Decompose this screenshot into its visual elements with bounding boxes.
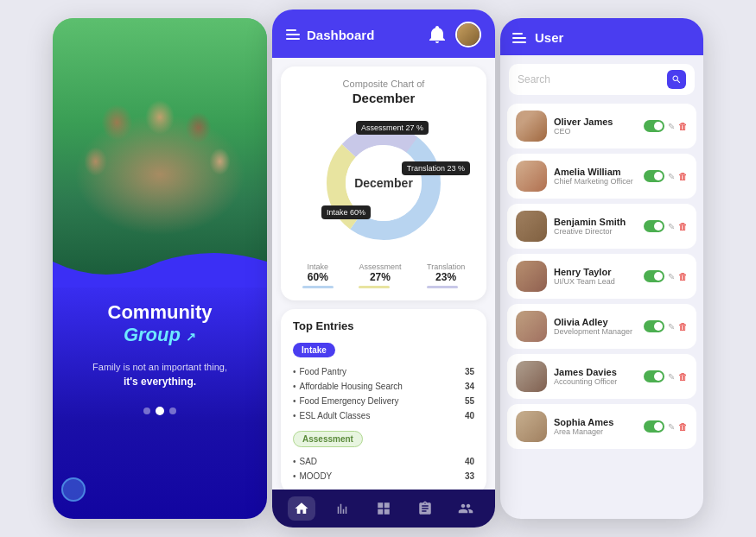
header-right [428, 22, 481, 47]
delete-benjamin[interactable]: 🗑 [678, 221, 688, 231]
user-name-oliver: Oliver James [554, 117, 637, 127]
dashboard-title: Dashboard [307, 28, 374, 42]
user-name-benjamin: Benjamin Smith [554, 217, 637, 227]
edit-oliver[interactable]: ✎ [668, 122, 675, 131]
toggle-olivia[interactable] [644, 320, 664, 332]
intake-badge: Intake [293, 343, 335, 357]
people-icon [458, 501, 473, 516]
search-icon [671, 74, 682, 85]
dot-1[interactable] [143, 407, 150, 414]
legend-assessment: Assessment 27% [359, 262, 401, 288]
toggle-benjamin[interactable] [644, 220, 664, 232]
delete-amelia[interactable]: 🗑 [678, 171, 688, 181]
delete-olivia[interactable]: 🗑 [678, 321, 688, 332]
user-header: User [500, 18, 703, 55]
user-info-oliver: Oliver James CEO [554, 117, 637, 136]
edit-amelia[interactable]: ✎ [668, 172, 675, 181]
toggle-henry[interactable] [644, 270, 664, 282]
edit-benjamin[interactable]: ✎ [668, 222, 675, 231]
toggle-oliver[interactable] [644, 120, 664, 132]
edit-olivia[interactable]: ✎ [668, 322, 675, 332]
user-role-olivia: Development Manager [554, 327, 637, 336]
entry-moody: • MOODY 33 [293, 469, 474, 483]
user-actions-henry: ✎ 🗑 [644, 270, 688, 282]
search-placeholder: Search [518, 73, 662, 85]
avatar-oliver [516, 111, 547, 142]
chart-legend: Intake 60% Assessment 27% Translation 23… [289, 262, 478, 288]
delete-oliver[interactable]: 🗑 [678, 121, 688, 131]
user-info-benjamin: Benjamin Smith Creative Director [554, 217, 637, 236]
user-item-henry: Henry Taylor UI/UX Team Lead ✎ 🗑 [507, 254, 696, 299]
user-role-james: Accounting Officer [554, 377, 637, 386]
search-bar[interactable]: Search [509, 64, 695, 95]
user-item-benjamin: Benjamin Smith Creative Director ✎ 🗑 [507, 204, 696, 249]
search-button[interactable] [667, 70, 686, 89]
legend-intake: Intake 60% [302, 262, 334, 288]
user-name-olivia: Olivia Adley [554, 317, 637, 327]
nav-chart[interactable] [328, 496, 356, 521]
menu-icon[interactable] [286, 29, 300, 40]
tooltip-intake: Intake 60% [321, 205, 371, 219]
toggle-james[interactable] [644, 370, 664, 382]
menu-line-3 [286, 38, 300, 40]
notification-icon[interactable] [428, 25, 447, 44]
community-photo [53, 18, 267, 279]
clipboard-icon [417, 501, 433, 516]
user-info-olivia: Olivia Adley Development Manager [554, 317, 637, 336]
avatar-amelia [516, 161, 547, 192]
delete-james[interactable]: 🗑 [678, 371, 688, 382]
delete-henry[interactable]: 🗑 [678, 271, 688, 281]
user-name-sophia: Sophia Ames [554, 417, 637, 427]
toggle-sophia[interactable] [644, 420, 664, 433]
user-avatar[interactable] [455, 22, 481, 47]
user-list: Oliver James CEO ✎ 🗑 Amelia William Chie… [500, 104, 703, 519]
avatar-james [516, 361, 547, 392]
menu-line-2 [286, 34, 300, 35]
user-actions-sophia: ✎ 🗑 [644, 420, 688, 433]
dot-2[interactable] [156, 407, 164, 415]
entry-sad: • SAD 40 [293, 454, 474, 469]
edit-james[interactable]: ✎ [668, 372, 675, 382]
community-logo: Community Group ↗ [108, 301, 213, 346]
user-item-james: James Davies Accounting Officer ✎ 🗑 [507, 354, 696, 399]
grid-icon [376, 501, 391, 516]
nav-grid[interactable] [370, 496, 397, 521]
user-name-amelia: Amelia William [554, 167, 637, 177]
avatar-olivia [516, 311, 547, 342]
chart-card: Composite Chart of December December Ass… [281, 66, 486, 300]
nav-people[interactable] [452, 496, 480, 521]
dot-3[interactable] [169, 407, 176, 414]
edit-sophia[interactable]: ✎ [668, 422, 675, 432]
community-panel: Community Group ↗ Family is not an impor… [53, 18, 267, 519]
bottom-nav [272, 490, 495, 528]
user-item-sophia: Sophia Ames Area Manager ✎ 🗑 [507, 404, 696, 449]
user-info-henry: Henry Taylor UI/UX Team Lead [554, 267, 637, 286]
legend-translation: Translation 23% [427, 262, 465, 288]
nav-home[interactable] [288, 496, 315, 521]
entry-housing: • Affordable Housing Search 34 [293, 379, 474, 394]
chart-label: Composite Chart of [289, 79, 478, 89]
user-actions-olivia: ✎ 🗑 [644, 320, 688, 332]
dashboard-body[interactable]: Composite Chart of December December Ass… [272, 58, 495, 490]
family-image [53, 18, 267, 279]
nav-clipboard[interactable] [411, 496, 439, 521]
user-panel: User Search Oliver James CEO ✎ 🗑 [500, 18, 703, 519]
user-info-sophia: Sophia Ames Area Manager [554, 417, 637, 436]
user-item-olivia: Olivia Adley Development Manager ✎ 🗑 [507, 304, 696, 349]
user-role-amelia: Chief Marketing Officer [554, 177, 637, 186]
entries-card: Top Entries Intake • Food Pantry 35 • Af… [281, 309, 486, 490]
toggle-amelia[interactable] [644, 170, 664, 182]
edit-henry[interactable]: ✎ [668, 272, 675, 281]
delete-sophia[interactable]: 🗑 [678, 421, 688, 432]
user-info-james: James Davies Accounting Officer [554, 367, 637, 386]
wave-divider [53, 253, 267, 287]
entry-food-pantry: • Food Pantry 35 [293, 364, 474, 379]
header-left: Dashboard [286, 28, 374, 42]
user-role-henry: UI/UX Team Lead [554, 277, 637, 286]
tooltip-assessment: Assessment 27 % [356, 121, 429, 135]
user-actions-oliver: ✎ 🗑 [644, 120, 688, 132]
user-menu-icon[interactable] [512, 33, 526, 43]
user-item-oliver: Oliver James CEO ✎ 🗑 [507, 104, 696, 148]
avatar-sophia [516, 411, 547, 442]
dot-indicators [143, 407, 176, 415]
